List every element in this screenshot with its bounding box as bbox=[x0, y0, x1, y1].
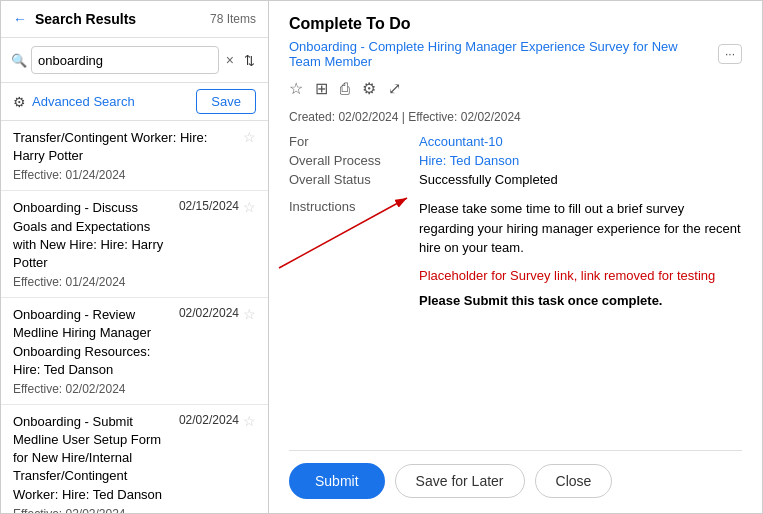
overall-process-row: Overall Process Hire: Ted Danson bbox=[289, 153, 742, 168]
result-effective-2: Effective: 01/24/2024 bbox=[13, 275, 256, 289]
for-value[interactable]: Accountant-10 bbox=[419, 134, 503, 149]
created-effective-row: Created: 02/02/2024 | Effective: 02/02/2… bbox=[289, 110, 742, 124]
red-arrow-annotation bbox=[259, 178, 419, 278]
back-button[interactable]: ← bbox=[13, 11, 27, 27]
left-header: ← Search Results 78 Items bbox=[1, 1, 268, 38]
star-icon-1[interactable]: ☆ bbox=[243, 129, 256, 145]
effective-label: Effective: bbox=[408, 110, 457, 124]
overall-process-label: Overall Process bbox=[289, 153, 419, 168]
save-for-later-button[interactable]: Save for Later bbox=[395, 464, 525, 498]
right-subtitle[interactable]: Onboarding - Complete Hiring Manager Exp… bbox=[289, 39, 710, 69]
advanced-search-row: ⚙ Advanced Search Save bbox=[1, 83, 268, 121]
left-panel: ← Search Results 78 Items 🔍 × ⇅ ⚙ Advanc… bbox=[1, 1, 269, 513]
result-date-3: 02/02/2024 bbox=[179, 306, 239, 320]
result-effective-4: Effective: 02/02/2024 bbox=[13, 507, 256, 513]
result-item-4[interactable]: Onboarding - Submit Medline User Setup F… bbox=[1, 405, 268, 513]
placeholder-link[interactable]: Placeholder for Survey link, link remove… bbox=[419, 268, 715, 283]
action-icons-row: ☆ ⊞ ⎙ ⚙ ⤢ bbox=[289, 79, 742, 98]
result-effective-1: Effective: 01/24/2024 bbox=[13, 168, 256, 182]
excel-icon[interactable]: ⊞ bbox=[315, 79, 328, 98]
instructions-text: Please take some time to fill out a brie… bbox=[419, 199, 742, 258]
filter-icon: ⚙ bbox=[13, 94, 26, 110]
sort-button[interactable]: ⇅ bbox=[241, 53, 258, 68]
right-subtitle-row: Onboarding - Complete Hiring Manager Exp… bbox=[289, 39, 742, 69]
search-bar: 🔍 × ⇅ bbox=[1, 38, 268, 83]
created-value: 02/02/2024 bbox=[338, 110, 398, 124]
svg-line-1 bbox=[279, 198, 407, 268]
bottom-buttons: Submit Save for Later Close bbox=[289, 450, 742, 499]
star-icon-4[interactable]: ☆ bbox=[243, 413, 256, 429]
print-icon[interactable]: ⎙ bbox=[340, 80, 350, 98]
items-count: 78 Items bbox=[210, 12, 256, 26]
results-list: Transfer/Contingent Worker: Hire: Harry … bbox=[1, 121, 268, 513]
result-date-4: 02/02/2024 bbox=[179, 413, 239, 427]
instructions-row: Instructions Please take some time to fi… bbox=[289, 199, 742, 308]
star-icon-2[interactable]: ☆ bbox=[243, 199, 256, 215]
result-item-2[interactable]: Onboarding - Discuss Goals and Expectati… bbox=[1, 191, 268, 298]
save-search-button[interactable]: Save bbox=[196, 89, 256, 114]
result-item-3[interactable]: Onboarding - Review Medline Hiring Manag… bbox=[1, 298, 268, 405]
result-title-2: Onboarding - Discuss Goals and Expectati… bbox=[13, 199, 173, 272]
result-date-2: 02/15/2024 bbox=[179, 199, 239, 213]
overall-process-value[interactable]: Hire: Ted Danson bbox=[419, 153, 519, 168]
search-icon: 🔍 bbox=[11, 53, 27, 68]
submit-note: Please Submit this task once complete. bbox=[419, 293, 742, 308]
for-row: For Accountant-10 bbox=[289, 134, 742, 149]
close-button[interactable]: Close bbox=[535, 464, 613, 498]
result-title-4: Onboarding - Submit Medline User Setup F… bbox=[13, 413, 173, 504]
submit-button[interactable]: Submit bbox=[289, 463, 385, 499]
instructions-content: Please take some time to fill out a brie… bbox=[419, 199, 742, 308]
star-action-icon[interactable]: ☆ bbox=[289, 79, 303, 98]
result-effective-3: Effective: 02/02/2024 bbox=[13, 382, 256, 396]
overall-status-value: Successfully Completed bbox=[419, 172, 558, 187]
result-title-1: Transfer/Contingent Worker: Hire: Harry … bbox=[13, 129, 239, 165]
star-icon-3[interactable]: ☆ bbox=[243, 306, 256, 322]
clear-search-button[interactable]: × bbox=[223, 52, 237, 68]
for-label: For bbox=[289, 134, 419, 149]
result-title-3: Onboarding - Review Medline Hiring Manag… bbox=[13, 306, 173, 379]
more-options-button[interactable]: ··· bbox=[718, 44, 742, 64]
effective-value: 02/02/2024 bbox=[461, 110, 521, 124]
expand-icon[interactable]: ⤢ bbox=[388, 79, 401, 98]
gear-icon[interactable]: ⚙ bbox=[362, 79, 376, 98]
right-panel: Complete To Do Onboarding - Complete Hir… bbox=[269, 1, 762, 513]
result-item-1[interactable]: Transfer/Contingent Worker: Hire: Harry … bbox=[1, 121, 268, 191]
search-input[interactable] bbox=[31, 46, 219, 74]
search-results-title: Search Results bbox=[35, 11, 210, 27]
created-label: Created: bbox=[289, 110, 335, 124]
right-title: Complete To Do bbox=[289, 15, 742, 33]
advanced-search-link[interactable]: Advanced Search bbox=[32, 94, 196, 109]
